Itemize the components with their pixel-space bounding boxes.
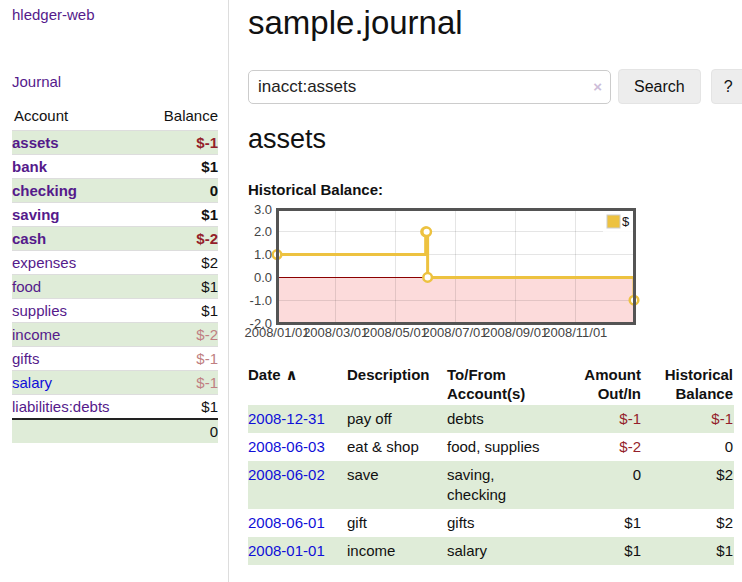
sidebar-item-journal[interactable]: Journal (12, 73, 218, 90)
txn-accounts: saving, checking (447, 461, 557, 509)
account-link-bank[interactable]: bank (12, 158, 47, 175)
account-link-income[interactable]: income (12, 326, 60, 343)
account-balance: 0 (115, 179, 218, 203)
chart-legend-label: $ (622, 214, 630, 229)
txn-balance: 0 (642, 433, 734, 461)
clear-search-icon[interactable]: × (593, 78, 602, 95)
account-link-gifts[interactable]: gifts (12, 350, 40, 367)
chart-y-tick-labels: 3.02.01.00.0-1.0-2.0 (250, 202, 272, 331)
svg-text:2008/03/01: 2008/03/01 (303, 325, 368, 340)
chart-title: Historical Balance: (248, 181, 734, 198)
txn-date-link[interactable]: 2008-12-31 (248, 410, 325, 427)
svg-text:-1.0: -1.0 (250, 293, 272, 308)
search-form: × Search ? (248, 69, 734, 104)
account-balance: $-1 (115, 131, 218, 155)
register-row: 2008-06-03 eat & shop food, supplies $-2… (248, 433, 734, 461)
txn-balance: $2 (642, 509, 734, 537)
account-balance: $-2 (115, 227, 218, 251)
accounts-header-account: Account (12, 105, 115, 131)
page-title: sample.journal (248, 0, 734, 43)
txn-date-link[interactable]: 2008-01-01 (248, 542, 325, 559)
txn-date-link[interactable]: 2008-06-01 (248, 514, 325, 531)
account-balance: $1 (115, 299, 218, 323)
sidebar: hledger-web Journal Account Balance asse… (0, 0, 229, 582)
app-window: hledger-web Journal Account Balance asse… (0, 0, 742, 582)
chart-legend-swatch (607, 215, 620, 228)
account-link-saving[interactable]: saving (12, 206, 60, 223)
account-link-supplies[interactable]: supplies (12, 302, 67, 319)
account-balance: $1 (115, 155, 218, 179)
svg-text:2008/11/01: 2008/11/01 (543, 325, 607, 340)
account-link-expenses[interactable]: expenses (12, 254, 76, 271)
register-header-row: Date∧ Description To/From Account(s) Amo… (248, 363, 734, 405)
txn-description: pay off (347, 405, 447, 433)
txn-amount: 0 (557, 461, 642, 509)
search-button[interactable]: Search (618, 69, 701, 104)
txn-balance: $1 (642, 537, 734, 565)
account-row: expenses $2 (12, 251, 218, 275)
txn-accounts: debts (447, 405, 557, 433)
register-header-balance: Historical Balance (642, 363, 734, 405)
register-row: 2008-12-31 pay off debts $-1 $-1 (248, 405, 734, 433)
chart-legend: $ (603, 211, 633, 232)
account-heading: assets (248, 122, 734, 156)
account-row: salary $-1 (12, 371, 218, 395)
account-row: cash $-2 (12, 227, 218, 251)
txn-amount: $1 (557, 537, 642, 565)
register-header-date[interactable]: Date∧ (248, 363, 347, 405)
register-header-amount: Amount Out/In (557, 363, 642, 405)
help-button[interactable]: ? (711, 69, 742, 104)
svg-text:2008/01/01: 2008/01/01 (244, 325, 309, 340)
svg-text:2.0: 2.0 (254, 224, 272, 239)
register-header-date-label: Date (248, 366, 281, 383)
account-row: food $1 (12, 275, 218, 299)
account-link-liabilities-debts[interactable]: liabilities:debts (12, 398, 110, 415)
account-balance: $-1 (115, 371, 218, 395)
account-link-food[interactable]: food (12, 278, 41, 295)
search-box: × (248, 70, 611, 104)
account-row: income $-2 (12, 323, 218, 347)
txn-balance: $2 (642, 461, 734, 509)
accounts-header-balance: Balance (115, 105, 218, 131)
account-row: saving $1 (12, 203, 218, 227)
txn-description: save (347, 461, 447, 509)
register-row: 2008-01-01 income salary $1 $1 (248, 537, 734, 565)
historical-balance-chart: $3.02.01.00.0-1.0-2.02008/01/012008/03/0… (244, 200, 742, 352)
register-header-account: To/From Account(s) (447, 363, 557, 405)
brand-link[interactable]: hledger-web (12, 6, 218, 23)
accounts-total-row: 0 (12, 419, 218, 443)
txn-date-link[interactable]: 2008-06-03 (248, 438, 325, 455)
account-row: gifts $-1 (12, 347, 218, 371)
account-link-checking[interactable]: checking (12, 182, 77, 199)
account-balance: $1 (115, 395, 218, 420)
chart-x-tick-labels: 2008/01/012008/03/012008/05/012008/07/01… (244, 325, 607, 340)
account-row: assets $-1 (12, 131, 218, 155)
search-input[interactable] (248, 70, 611, 104)
svg-text:2008/09/01: 2008/09/01 (483, 325, 548, 340)
account-row: bank $1 (12, 155, 218, 179)
main-content: sample.journal × Search ? assets Histori… (229, 0, 742, 582)
register-header-description: Description (347, 363, 447, 405)
account-link-assets[interactable]: assets (12, 134, 59, 151)
account-link-cash[interactable]: cash (12, 230, 46, 247)
account-row: checking 0 (12, 179, 218, 203)
txn-description: eat & shop (347, 433, 447, 461)
register-row: 2008-06-02 save saving, checking 0 $2 (248, 461, 734, 509)
sort-ascending-icon: ∧ (286, 366, 298, 383)
account-balance: $-2 (115, 323, 218, 347)
accounts-total-value: 0 (115, 419, 218, 443)
account-balance: $1 (115, 275, 218, 299)
txn-date-link[interactable]: 2008-06-02 (248, 466, 325, 483)
txn-balance: $-1 (642, 405, 734, 433)
account-link-salary[interactable]: salary (12, 374, 52, 391)
accounts-table: Account Balance assets $-1 bank $1 check… (12, 105, 218, 443)
account-row: supplies $1 (12, 299, 218, 323)
svg-text:2008/05/01: 2008/05/01 (363, 325, 428, 340)
txn-description: gift (347, 509, 447, 537)
account-balance: $2 (115, 251, 218, 275)
account-balance: $-1 (115, 347, 218, 371)
register-table: Date∧ Description To/From Account(s) Amo… (248, 363, 734, 565)
txn-accounts: gifts (447, 509, 557, 537)
txn-description: income (347, 537, 447, 565)
account-balance: $1 (115, 203, 218, 227)
